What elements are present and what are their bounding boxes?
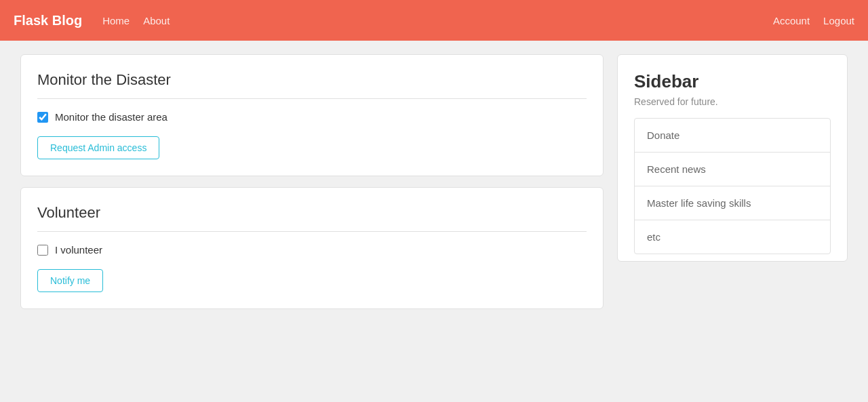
nav-link-about[interactable]: About <box>143 15 170 26</box>
sidebar: Sidebar Reserved for future. Donate Rece… <box>617 54 848 309</box>
monitor-card: Monitor the Disaster Monitor the disaste… <box>20 54 604 176</box>
sidebar-subtitle: Reserved for future. <box>634 96 831 107</box>
navbar: Flask Blog Home About Account Logout <box>0 0 868 41</box>
nav-brand[interactable]: Flask Blog <box>14 13 82 28</box>
volunteer-checkbox[interactable] <box>37 245 48 256</box>
nav-link-home[interactable]: Home <box>102 15 130 26</box>
sidebar-item-recent-news[interactable]: Recent news <box>635 153 830 186</box>
sidebar-item-etc[interactable]: etc <box>635 220 830 254</box>
volunteer-card: Volunteer I volunteer Notify me <box>20 187 604 309</box>
monitor-checkbox-label: Monitor the disaster area <box>55 111 167 123</box>
nav-link-account[interactable]: Account <box>773 15 810 26</box>
sidebar-title: Sidebar <box>634 71 831 92</box>
nav-left: Flask Blog Home About <box>14 13 170 28</box>
sidebar-item-life-saving[interactable]: Master life saving skills <box>635 186 830 220</box>
nav-link-logout[interactable]: Logout <box>823 15 854 26</box>
main-content: Monitor the Disaster Monitor the disaste… <box>20 54 604 309</box>
monitor-checkbox-row: Monitor the disaster area <box>37 111 587 123</box>
page-content: Monitor the Disaster Monitor the disaste… <box>7 41 861 323</box>
monitor-checkbox[interactable] <box>37 112 48 123</box>
sidebar-list: Donate Recent news Master life saving sk… <box>634 118 831 254</box>
volunteer-card-title: Volunteer <box>37 204 587 232</box>
volunteer-checkbox-label: I volunteer <box>55 244 102 256</box>
notify-me-button[interactable]: Notify me <box>37 269 103 292</box>
sidebar-card: Sidebar Reserved for future. Donate Rece… <box>617 54 848 262</box>
nav-links: Home About <box>102 15 170 26</box>
request-admin-button[interactable]: Request Admin access <box>37 136 159 159</box>
nav-right: Account Logout <box>773 15 854 26</box>
volunteer-checkbox-row: I volunteer <box>37 244 587 256</box>
sidebar-item-donate[interactable]: Donate <box>635 119 830 153</box>
monitor-card-title: Monitor the Disaster <box>37 71 587 99</box>
